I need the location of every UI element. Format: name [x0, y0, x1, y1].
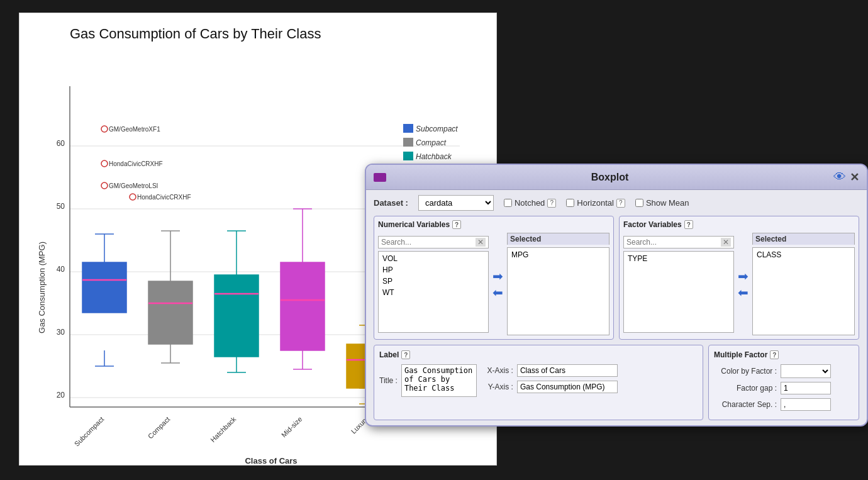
color-by-factor-row: Color by Factor : — [714, 364, 854, 378]
dataset-label: Dataset : — [374, 198, 408, 208]
factor-gap-label: Factor gap : — [714, 384, 777, 393]
numerical-selected-list[interactable]: MPG — [507, 247, 609, 335]
factor-gap-input[interactable] — [781, 382, 831, 394]
svg-text:Subcompact: Subcompact — [73, 415, 106, 448]
list-item[interactable]: CLASS — [754, 249, 853, 260]
list-item[interactable]: WT — [380, 287, 487, 298]
dataset-select[interactable]: cardata — [418, 195, 494, 211]
label-section: Label ? Title : Gas Consumption of Cars … — [374, 345, 703, 420]
character-sep-input[interactable] — [781, 398, 831, 411]
svg-text:Compact: Compact — [147, 415, 172, 440]
show-mean-group: Show Mean — [635, 198, 689, 208]
color-by-factor-label: Color by Factor : — [714, 367, 777, 376]
dialog-header: Boxplot 👁 ✕ — [366, 165, 867, 190]
svg-rect-40 — [281, 262, 325, 350]
dialog-box: Boxplot 👁 ✕ Dataset : cardata Notched ? … — [365, 164, 868, 427]
horizontal-help[interactable]: ? — [616, 199, 625, 208]
svg-rect-28 — [148, 281, 192, 344]
video-camera-icon — [374, 173, 386, 182]
svg-text:20: 20 — [57, 391, 65, 399]
multiple-factor-help[interactable]: ? — [770, 350, 779, 359]
multiple-factor-title: Multiple Factor ? — [714, 350, 854, 359]
label-help[interactable]: ? — [401, 350, 410, 359]
color-by-factor-select[interactable] — [781, 364, 831, 378]
dialog-controls-right: 👁 ✕ — [833, 170, 859, 184]
svg-point-22 — [101, 182, 108, 189]
list-item[interactable]: HP — [380, 264, 487, 276]
factor-arrows: ➡ ⬅ — [738, 270, 748, 299]
top-controls: Dataset : cardata Notched ? Horizontal ?… — [366, 190, 867, 216]
factor-remove-arrow[interactable]: ⬅ — [738, 286, 748, 299]
numerical-help[interactable]: ? — [452, 220, 461, 229]
title-label-text: Title : — [379, 376, 398, 385]
svg-text:40: 40 — [57, 265, 65, 274]
numerical-variables-title: Numerical Variables ? — [378, 220, 609, 229]
close-icon[interactable]: ✕ — [850, 170, 859, 184]
eye-icon[interactable]: 👁 — [833, 170, 846, 184]
list-item[interactable]: MPG — [509, 249, 608, 260]
horizontal-checkbox[interactable] — [566, 199, 574, 207]
numerical-selected-container: Selected MPG — [507, 233, 609, 335]
list-item[interactable]: VOL — [380, 253, 487, 264]
factor-search-input[interactable] — [626, 238, 721, 247]
x-axis-label: Class of Cars — [245, 456, 297, 466]
y-axis-label-text: Y-Axis : — [482, 382, 513, 391]
notched-help[interactable]: ? — [547, 199, 556, 208]
axis-labels-col: X-Axis : Y-Axis : — [482, 364, 618, 393]
numerical-add-arrow[interactable]: ➡ — [492, 270, 503, 282]
character-sep-label: Character Sep. : — [714, 400, 777, 409]
numerical-remove-arrow[interactable]: ⬅ — [492, 286, 503, 299]
svg-text:60: 60 — [57, 139, 65, 148]
svg-point-20 — [101, 160, 108, 167]
dialog-title: Boxplot — [591, 172, 629, 183]
factor-var-list[interactable]: TYPE — [623, 251, 734, 333]
x-axis-input[interactable] — [517, 364, 618, 377]
list-item[interactable]: TYPE — [625, 253, 732, 264]
y-axis-label: Gas Consumption (MPG) — [37, 242, 47, 333]
label-row: Label ? Title : Gas Consumption of Cars … — [366, 345, 867, 425]
svg-text:Subcompact: Subcompact — [416, 125, 458, 133]
label-section-title: Label ? — [379, 350, 698, 359]
notched-group: Notched ? — [504, 198, 556, 208]
numerical-var-list[interactable]: VOL HP SP WT — [378, 251, 489, 333]
svg-text:GM/GeoMetroLSI: GM/GeoMetroLSI — [109, 182, 158, 189]
svg-rect-59 — [403, 138, 413, 147]
y-axis-row: Y-Axis : — [482, 381, 618, 393]
x-axis-row: X-Axis : — [482, 364, 618, 377]
factor-add-arrow[interactable]: ➡ — [738, 270, 748, 282]
factor-search-box: ✕ — [623, 236, 734, 248]
title-input[interactable]: Gas Consumption of Cars by Their Class — [401, 364, 477, 397]
factor-help[interactable]: ? — [684, 220, 693, 229]
svg-text:50: 50 — [57, 202, 65, 211]
svg-rect-34 — [214, 275, 259, 357]
svg-text:HondaCivicCRXHF: HondaCivicCRXHF — [137, 194, 191, 201]
svg-rect-57 — [403, 124, 413, 133]
character-sep-row: Character Sep. : — [714, 398, 854, 411]
svg-text:Hatchback: Hatchback — [209, 415, 238, 444]
svg-text:Hatchback: Hatchback — [416, 152, 452, 161]
svg-text:Mid-size: Mid-size — [280, 415, 303, 438]
notched-label: Notched — [515, 198, 545, 208]
svg-point-24 — [130, 194, 136, 200]
factor-search-clear[interactable]: ✕ — [721, 238, 731, 247]
numerical-search-clear[interactable]: ✕ — [476, 238, 486, 247]
multiple-factor-section: Multiple Factor ? Color by Factor : Fact… — [708, 345, 859, 420]
factor-selected-container: Selected CLASS — [752, 233, 855, 335]
notched-checkbox[interactable] — [504, 199, 512, 207]
chart-title: Gas Consumption of Cars by Their Class — [70, 26, 484, 42]
list-item[interactable]: SP — [380, 276, 487, 287]
y-axis-input[interactable] — [517, 381, 618, 393]
factor-variables-section: Factor Variables ? ✕ TYPE ➡ ⬅ — [619, 216, 859, 340]
show-mean-checkbox[interactable] — [635, 199, 643, 207]
numerical-search-input[interactable] — [381, 238, 476, 247]
factor-variables-title: Factor Variables ? — [623, 220, 855, 229]
factor-selected-list[interactable]: CLASS — [752, 247, 855, 335]
horizontal-group: Horizontal ? — [566, 198, 625, 208]
svg-rect-61 — [403, 152, 413, 160]
svg-text:GM/GeoMetroXF1: GM/GeoMetroXF1 — [109, 126, 160, 133]
variables-row: Numerical Variables ? ✕ VOL HP SP WT — [366, 216, 867, 345]
factor-list-container: ✕ TYPE — [623, 236, 734, 333]
numerical-search-box: ✕ — [378, 236, 489, 248]
svg-point-18 — [101, 126, 108, 132]
numerical-arrows: ➡ ⬅ — [492, 270, 503, 299]
